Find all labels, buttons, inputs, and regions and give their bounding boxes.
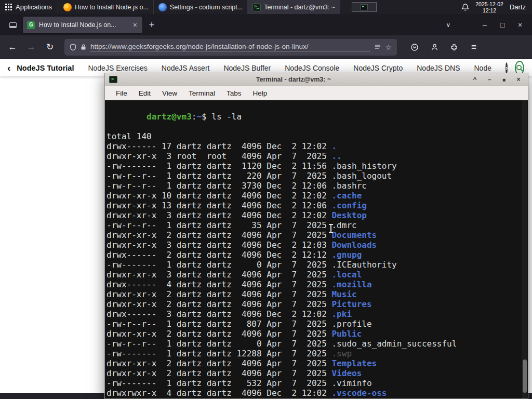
back-button[interactable]: ←	[4, 39, 21, 56]
browser-toolbar: ← → ↻ https://www.geeksforgeeks.org/node…	[0, 35, 532, 59]
bookmark-star-icon[interactable]: ☆	[385, 43, 392, 51]
terminal-line: drwx------ 4 dartz dartz 4096 Apr 7 2025…	[107, 280, 521, 289]
terminal-line: drwx------ 2 dartz dartz 4096 Dec 2 12:1…	[107, 250, 521, 260]
file-name: .Xauthority	[331, 398, 387, 398]
terminal-line: total 140	[107, 131, 521, 141]
applications-label: Applications	[16, 3, 52, 11]
applications-menu[interactable]: Applications	[0, 0, 57, 14]
taskbar-item-firefox[interactable]: How to Install Node.js o...	[59, 0, 154, 14]
nav-scroll-left-icon[interactable]: ‹	[7, 62, 10, 74]
firefox-view-icon	[9, 22, 17, 28]
directory-name: .pki	[331, 309, 352, 319]
terminal-line: drwxr-xr-x 3 dartz dartz 4096 Dec 2 12:0…	[107, 210, 521, 220]
terminal-maximize-button[interactable]: ■	[499, 77, 509, 83]
user-menu[interactable]: Dartz	[510, 3, 527, 11]
directory-name: Videos	[331, 368, 362, 378]
terminal-line: drwxr-xr-x 3 root root 4096 Apr 7 2025 .…	[107, 151, 521, 161]
terminal-app-icon	[109, 76, 117, 83]
terminal-scrollbar[interactable]	[522, 100, 527, 398]
notification-bell-icon[interactable]	[461, 3, 469, 11]
geeksforgeeks-favicon	[27, 21, 35, 29]
terminal-line: -rw-r--r-- 1 dartz dartz 807 Apr 7 2025 …	[107, 319, 521, 329]
terminal-line: -rw-r--r-- 1 dartz dartz 220 Apr 7 2025 …	[107, 171, 521, 181]
file-name: .bash_history	[331, 161, 396, 171]
tab-close-button[interactable]: ×	[132, 21, 138, 29]
terminal-shade-button[interactable]: ^	[470, 76, 480, 83]
clock-date: 2025-12-02	[475, 1, 503, 7]
sitenav-item-console[interactable]: NodeJS Console	[285, 64, 339, 72]
clock-time: 12:12	[475, 7, 503, 14]
directory-name: .mozilla	[331, 280, 371, 289]
menu-file[interactable]: File	[110, 89, 133, 97]
workspace-pager[interactable]	[348, 0, 381, 14]
menu-button[interactable]: ≡	[466, 39, 482, 56]
nav-scroll-right-icon[interactable]: ›	[506, 62, 508, 74]
ls-output: total 140drwx------ 17 dartz dartz 4096 …	[107, 131, 521, 398]
taskbar-item-terminal[interactable]: Terminal - dartz@vm3: ~	[248, 0, 340, 14]
terminal-scrollbar-thumb[interactable]	[523, 360, 527, 392]
sitenav-item-assert[interactable]: NodeJS Assert	[162, 64, 210, 72]
new-tab-button[interactable]: +	[144, 18, 159, 32]
file-name: .bashrc	[331, 181, 366, 191]
terminal-close-button[interactable]: ×	[513, 76, 524, 83]
terminal-icon	[252, 3, 261, 11]
lock-icon[interactable]	[81, 44, 86, 50]
menu-edit[interactable]: Edit	[133, 89, 156, 97]
pocket-icon[interactable]	[406, 39, 423, 56]
directory-name: .	[331, 141, 337, 151]
file-name: .swp	[331, 349, 352, 358]
browser-close-button[interactable]: ×	[511, 14, 529, 35]
firefox-view-button[interactable]	[5, 17, 21, 33]
tab-title: How to Install Node.js on...	[39, 21, 128, 29]
sitenav-item-buffer[interactable]: NodeJS Buffer	[223, 64, 271, 72]
taskbar-item-settings[interactable]: Settings - codium script...	[154, 0, 248, 14]
menu-terminal[interactable]: Terminal	[183, 89, 221, 97]
url-bar[interactable]: https://www.geeksforgeeks.org/node-js/in…	[64, 39, 397, 56]
file-name: .sudo_as_admin_successful	[331, 339, 457, 349]
sitenav-item-next[interactable]: Node	[474, 64, 491, 72]
file-name: .viminfo	[331, 378, 371, 388]
sitenav-item-crypto[interactable]: NodeJS Crypto	[353, 64, 403, 72]
terminal-line: drwxr-xr-x 10 dartz dartz 4096 Dec 2 12:…	[107, 191, 521, 201]
terminal-minimize-button[interactable]: –	[484, 76, 495, 83]
browser-minimize-button[interactable]: –	[476, 14, 494, 35]
tracking-protection-shield-icon[interactable]	[70, 44, 76, 51]
prompt-path: ~	[196, 112, 202, 122]
terminal-line: drwxr-xr-x 2 dartz dartz 4096 Apr 7 2025…	[107, 368, 521, 378]
firefox-icon	[63, 3, 72, 11]
file-name: .bash_logout	[331, 171, 392, 181]
browser-maximize-button[interactable]: □	[494, 14, 511, 35]
terminal-line: drwxr-xr-x 2 dartz dartz 4096 Apr 7 2025…	[107, 230, 521, 240]
menu-tabs[interactable]: Tabs	[221, 89, 247, 97]
terminal-line: -rw-r--r-- 1 dartz dartz 35 Apr 7 2025 .…	[107, 220, 521, 230]
applications-grid-icon	[5, 4, 12, 10]
forward-button[interactable]: →	[23, 39, 39, 56]
reload-button[interactable]: ↻	[42, 39, 58, 56]
list-all-tabs-button[interactable]: ∨	[440, 14, 457, 35]
terminal-screen[interactable]: dartz@vm3:~$ ls -la total 140drwx------ …	[105, 100, 528, 398]
terminal-line: -rw------- 1 dartz dartz 0 Apr 7 2025 .I…	[107, 260, 521, 270]
terminal-menu-bar: File Edit View Terminal Tabs Help	[105, 86, 528, 100]
sitenav-item-tutorial[interactable]: NodeJS Tutorial	[17, 64, 74, 72]
prompt-userhost: dartz@vm3	[147, 112, 192, 122]
reader-mode-icon[interactable]	[375, 44, 381, 50]
terminal-window: Terminal - dartz@vm3: ~ ^ – ■ × File Edi…	[104, 73, 528, 399]
directory-name: Desktop	[331, 210, 366, 220]
file-name: .ICEauthority	[331, 260, 396, 270]
directory-name: .vscode-oss	[331, 388, 387, 398]
menu-help[interactable]: Help	[247, 89, 273, 97]
panel-clock[interactable]: 2025-12-02 12:12	[475, 1, 503, 14]
terminal-line: drwxr-xr-x 2 dartz dartz 4096 Apr 7 2025…	[107, 329, 521, 339]
terminal-line: drwxr-xr-x 2 dartz dartz 4096 Apr 7 2025…	[107, 289, 521, 299]
terminal-line: drwxrwxr-x 4 dartz dartz 4096 Dec 2 12:0…	[107, 388, 521, 398]
account-icon[interactable]	[426, 39, 443, 56]
url-text[interactable]: https://www.geeksforgeeks.org/node-js/in…	[90, 43, 370, 51]
menu-view[interactable]: View	[156, 89, 183, 97]
file-name: .dmrc	[331, 220, 356, 230]
terminal-title-bar[interactable]: Terminal - dartz@vm3: ~ ^ – ■ ×	[105, 73, 528, 86]
sitenav-item-exercises[interactable]: NodeJS Exercises	[88, 64, 147, 72]
browser-tab[interactable]: How to Install Node.js on... ×	[23, 17, 142, 33]
terminal-line: -rw------- 1 dartz dartz 48 Dec 2 10:39 …	[107, 398, 521, 398]
sitenav-item-dns[interactable]: NodeJS DNS	[417, 64, 460, 72]
extensions-puzzle-icon[interactable]	[446, 39, 462, 56]
